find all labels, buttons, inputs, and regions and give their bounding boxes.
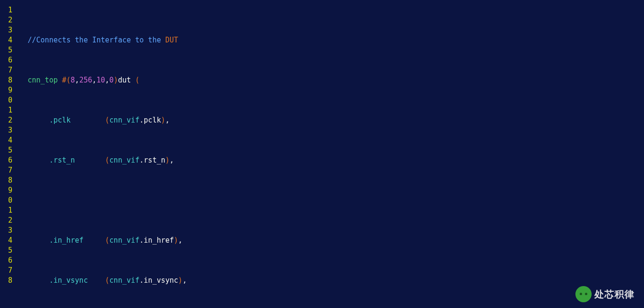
watermark-text: 处芯积律 [594,289,634,299]
code-area[interactable]: //Connects the Interface to the DUT cnn_… [13,0,518,308]
wechat-icon [575,286,592,302]
code-line: cnn_top #(8,256,10,0)dut ( [28,75,518,85]
code-line: .pclk (cnn_vif.pclk), [28,115,518,125]
watermark: 处芯积律 [575,286,634,302]
code-line: .in_href (cnn_vif.in_href), [28,236,518,246]
line-number-gutter: 123 456 789 012 345 678 901 234 567 8 [0,0,13,308]
code-line: //Connects the Interface to the DUT [28,35,518,45]
code-editor[interactable]: 123 456 789 012 345 678 901 234 567 8 //… [0,0,644,308]
code-line [28,195,518,205]
code-line: .rst_n (cnn_vif.rst_n), [28,155,518,165]
code-line: .in_vsync (cnn_vif.in_vsync), [28,276,518,286]
